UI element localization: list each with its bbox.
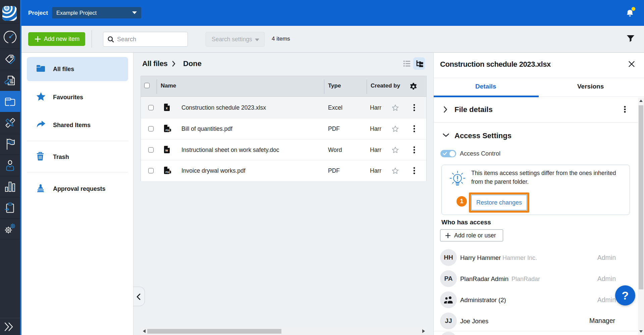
svg-text:PDF: PDF bbox=[166, 129, 171, 131]
svg-text:PDF: PDF bbox=[166, 171, 171, 173]
svg-text:x: x bbox=[166, 106, 168, 110]
svg-text:w: w bbox=[165, 149, 168, 152]
